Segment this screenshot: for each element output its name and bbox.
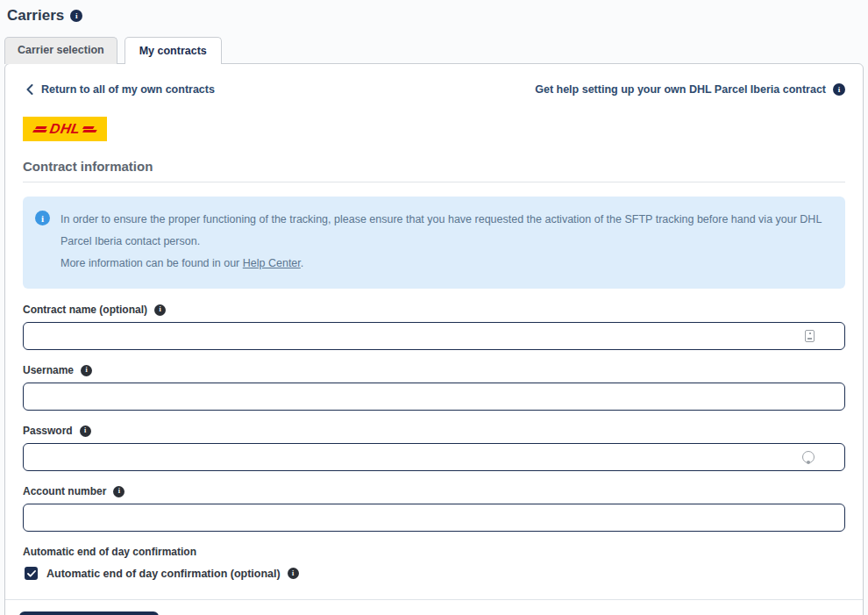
password-input[interactable]	[32, 451, 836, 464]
account-number-field: Account number i	[23, 485, 845, 532]
username-input-wrap	[23, 383, 845, 411]
password-label: Password	[23, 425, 73, 437]
page-header: Carriers i	[4, 7, 864, 25]
alert-line2-suffix: .	[301, 257, 303, 269]
panel-body: Return to all of my own contracts Get he…	[5, 64, 863, 599]
account-number-input[interactable]	[32, 511, 836, 525]
username-field: Username i	[23, 364, 845, 411]
page-title: Carriers	[7, 7, 64, 25]
eod-checkbox-label: Automatic end of day confirmation (optio…	[46, 568, 281, 580]
contract-panel: Return to all of my own contracts Get he…	[4, 63, 864, 615]
return-link-label: Return to all of my own contracts	[41, 83, 215, 96]
password-field: Password i	[23, 425, 845, 471]
password-input-wrap	[23, 443, 845, 471]
alert-line1: In order to ensure the proper functionin…	[60, 213, 822, 247]
chevron-left-icon	[26, 84, 33, 95]
tab-bar: Carrier selection My contracts	[4, 37, 864, 63]
eod-group-label: Automatic end of day confirmation	[23, 546, 845, 558]
username-info-icon[interactable]: i	[81, 365, 92, 376]
section-divider	[23, 182, 845, 182]
eod-checkbox-label-row: Automatic end of day confirmation (optio…	[46, 568, 299, 580]
contract-name-info-icon[interactable]: i	[154, 304, 166, 316]
help-info-icon[interactable]: i	[833, 83, 845, 96]
contract-name-label: Contract name (optional)	[23, 304, 147, 316]
password-label-row: Password i	[23, 425, 845, 437]
alert-info-icon: i	[35, 211, 50, 225]
help-center-link[interactable]: Help Center	[243, 257, 301, 269]
add-contract-button[interactable]: Add this contract	[19, 611, 159, 615]
carriers-info-icon[interactable]: i	[70, 10, 82, 22]
password-info-icon[interactable]: i	[80, 425, 91, 437]
account-number-label: Account number	[23, 485, 106, 497]
alert-line2-prefix: More information can be found in our	[60, 257, 243, 269]
eod-checkbox-row: Automatic end of day confirmation (optio…	[25, 567, 845, 580]
panel-nav: Return to all of my own contracts Get he…	[19, 83, 849, 96]
eod-checkbox[interactable]	[25, 567, 38, 580]
contract-name-input-wrap	[23, 322, 845, 350]
dhl-logo-stripes-right	[83, 126, 96, 132]
dhl-logo-stripes-left	[33, 126, 46, 132]
dhl-logo: DHL	[23, 117, 107, 141]
password-generator-icon[interactable]	[802, 451, 815, 463]
username-label-row: Username i	[23, 364, 845, 376]
dhl-logo-text: DHL	[48, 122, 81, 136]
username-label: Username	[23, 364, 74, 376]
account-number-info-icon[interactable]: i	[113, 486, 125, 497]
info-alert: i In order to ensure the proper function…	[23, 197, 845, 289]
help-link-label: Get help setting up your own DHL Parcel …	[535, 83, 826, 96]
return-link[interactable]: Return to all of my own contracts	[26, 83, 215, 96]
contract-name-input[interactable]	[32, 330, 836, 343]
tab-carrier-selection[interactable]: Carrier selection	[4, 37, 117, 64]
alert-text: In order to ensure the proper functionin…	[60, 209, 831, 275]
autofill-icon[interactable]	[805, 330, 815, 342]
section-heading: Contract information	[23, 159, 849, 174]
contract-name-label-row: Contract name (optional) i	[23, 304, 845, 316]
contract-name-field: Contract name (optional) i	[23, 304, 845, 350]
account-number-input-wrap	[23, 504, 845, 532]
panel-footer: Add this contract	[5, 599, 863, 615]
help-link[interactable]: Get help setting up your own DHL Parcel …	[535, 83, 845, 96]
account-number-label-row: Account number i	[23, 485, 845, 497]
username-input[interactable]	[32, 390, 836, 404]
tab-my-contracts[interactable]: My contracts	[125, 37, 222, 64]
eod-info-icon[interactable]: i	[288, 568, 299, 579]
